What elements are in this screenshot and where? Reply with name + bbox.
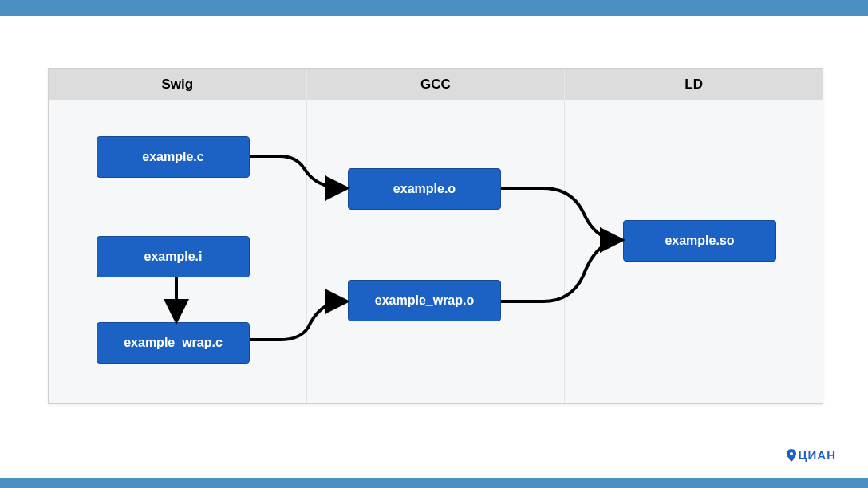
column-header-ld: LD bbox=[565, 69, 823, 100]
node-example-i: example.i bbox=[97, 236, 250, 277]
column-header-row: Swig GCC LD bbox=[49, 69, 823, 100]
arrow-wrapo-to-so bbox=[501, 242, 615, 301]
node-example-o: example.o bbox=[348, 168, 501, 210]
node-example-c: example.c bbox=[97, 136, 250, 178]
arrow-c-to-o bbox=[250, 156, 344, 188]
column-divider-2 bbox=[564, 100, 565, 403]
node-example-wrap-c: example_wrap.c bbox=[97, 322, 250, 364]
diagram-body: example.c example.i example_wrap.c examp… bbox=[49, 100, 823, 403]
column-header-gcc: GCC bbox=[307, 69, 566, 100]
node-example-so: example.so bbox=[623, 220, 776, 262]
diagram-frame: Swig GCC LD example.c example.i example_… bbox=[48, 68, 823, 404]
cian-logo: ЦИАН bbox=[786, 448, 836, 464]
logo-pin-icon bbox=[786, 449, 797, 464]
column-divider-1 bbox=[306, 100, 307, 403]
top-accent-bar bbox=[0, 0, 868, 16]
column-header-swig: Swig bbox=[49, 69, 307, 100]
arrow-wrapc-to-wrapo bbox=[250, 301, 344, 340]
arrow-o-to-so bbox=[501, 188, 619, 240]
bottom-accent-bar bbox=[0, 478, 868, 488]
svg-point-0 bbox=[790, 452, 793, 455]
logo-text: ЦИАН bbox=[799, 448, 836, 462]
node-example-wrap-o: example_wrap.o bbox=[348, 280, 501, 321]
